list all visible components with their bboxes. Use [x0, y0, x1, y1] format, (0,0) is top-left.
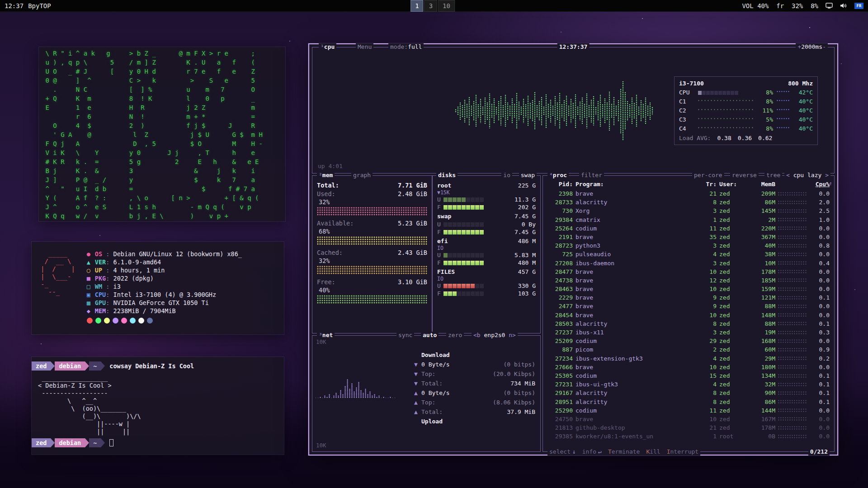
shell-prompt[interactable]: zeddebian~ — [32, 438, 284, 447]
meter-cell — [475, 284, 479, 288]
header-mem[interactable]: MemB — [749, 181, 775, 188]
cmatrix-terminal[interactable]: \ R " i ^ a k g > b Z _ @ m F X > r e ; … — [39, 47, 285, 221]
proc-threads: 3 — [701, 241, 717, 250]
cowsay-terminal[interactable]: zeddebian~ cowsay Debian-Z Is Cool _____… — [32, 357, 284, 455]
cpu-graph-bar — [636, 94, 637, 127]
proc-row[interactable]: 28477brave10zed178M0.0 — [543, 267, 834, 276]
proc-row[interactable]: 28733alacritty8zed86M2.0 — [543, 198, 834, 206]
proc-threads: 21 — [701, 423, 717, 432]
cpu-graph-bar — [523, 99, 524, 123]
net-sync-tab[interactable]: sync — [396, 332, 414, 339]
proc-reverse-tab[interactable]: reverse — [730, 172, 759, 179]
proc-row[interactable]: 25305codium15zed134M0.1 — [543, 371, 834, 380]
header-program[interactable]: Program: — [576, 181, 698, 188]
menu-button[interactable]: Menu — [356, 43, 373, 51]
proc-row[interactable]: 29385kworker/u8:1-events_un1root0B0.0 — [543, 432, 834, 441]
proc-row[interactable]: 2191brave35zed367M0.0 — [543, 233, 834, 241]
mem-graph-tab[interactable]: graph — [351, 172, 373, 179]
proc-cpu: 0.1 — [810, 389, 830, 397]
proc-row[interactable]: 725pulseaudio4zed38M0.0 — [543, 250, 834, 258]
proc-row[interactable]: 21813github-desktop21zed178M0.0 — [543, 423, 834, 432]
proc-row[interactable]: 2398brave21zed209M0.0 — [543, 189, 834, 198]
cpu-graph-bar — [525, 104, 527, 117]
net-zero-tab[interactable]: zero — [446, 332, 464, 339]
header-cpu[interactable]: Cpu% — [810, 181, 830, 188]
interval-minus-button[interactable]: - — [822, 43, 826, 50]
proc-row[interactable]: 27234ibus-extension-gtk34zed29M0.2 — [543, 354, 834, 363]
core-usage: 11% — [756, 106, 773, 115]
keyboard-layout-flag[interactable]: FR — [854, 3, 863, 9]
proc-row[interactable]: 25290codium11zed144M0.0 — [543, 406, 834, 415]
disk-size: 486 M — [518, 237, 536, 245]
disks-io-tab[interactable]: io — [501, 172, 512, 179]
meter-cell — [475, 197, 479, 202]
proc-row[interactable]: 730Xorg3zed145M2.5 — [543, 206, 834, 215]
cpu-box: ¹cpu Menu mode:full 12:37:37 +2000ms- up… — [312, 47, 835, 174]
net-auto-tab[interactable]: auto — [421, 332, 439, 339]
workspace-3[interactable]: 3 — [425, 0, 437, 12]
proc-row[interactable]: 25264codium11zed220M0.0 — [543, 224, 834, 233]
disk-meter — [443, 197, 509, 202]
proc-row[interactable]: 2477brave9zed88M0.0 — [543, 302, 834, 310]
proc-sort-selector[interactable]: < cpu lazy > — [784, 172, 830, 179]
proc-program: codium — [576, 224, 698, 233]
proc-row[interactable]: 28503alacritty8zed88M0.1 — [543, 319, 834, 328]
disk-size: 7.45 G — [514, 212, 536, 221]
mem-metric-value: 2.48 GiB — [398, 190, 427, 198]
proc-row[interactable]: 24750brave10zed167M0.0 — [543, 415, 834, 423]
mode-toggle[interactable]: mode:full — [388, 43, 424, 51]
fetch-terminal[interactable]: _____ / __ \ | / | | \___- -_ --_ ●OS : … — [32, 242, 284, 334]
workspace-10[interactable]: 10 — [438, 0, 455, 12]
proc-threads: 4 — [701, 380, 717, 389]
proc-row[interactable]: 28454brave10zed148M0.0 — [543, 311, 834, 319]
proc-row[interactable]: 27231ibus-ui-gtk34zed32M0.1 — [543, 380, 834, 389]
cpu-graph-bar — [541, 97, 542, 125]
select-button[interactable]: select↓ — [549, 448, 576, 455]
header-threads[interactable]: Tr: — [701, 181, 717, 188]
disks-swap-tab[interactable]: swap — [519, 172, 537, 179]
proc-per-core-tab[interactable]: per-core — [692, 172, 724, 179]
mem-metric-row: Cached:2.43 GiB — [317, 249, 427, 257]
proc-row[interactable]: 25209codium29zed168M0.0 — [543, 337, 834, 345]
proc-filter-tab[interactable]: filter — [579, 172, 604, 179]
meter-cell — [718, 91, 722, 95]
cpu-graph-bar — [609, 91, 610, 131]
iface-prev-button[interactable]: <b — [473, 332, 481, 338]
proc-row[interactable]: 24738brave12zed185M0.0 — [543, 276, 834, 285]
proc-threads: 10 — [701, 267, 717, 276]
kill-button[interactable]: Kill — [646, 448, 660, 455]
header-user[interactable]: User: — [719, 181, 746, 188]
upload-label: Upload — [414, 417, 535, 426]
proc-row[interactable]: 27666brave10zed180M0.0 — [543, 363, 834, 371]
net-graph-bar — [360, 390, 362, 398]
proc-row[interactable]: 28723python33zed40M0.8 — [543, 241, 834, 250]
sort-prev-button[interactable]: < — [786, 172, 790, 178]
sort-direction-icon[interactable]: ↑ — [829, 180, 832, 187]
header-pid[interactable]: Pid: — [547, 181, 573, 188]
proc-row[interactable]: 887picom2zed60M0.9 — [543, 345, 834, 354]
meter-cell — [448, 205, 452, 210]
net-interface-selector[interactable]: <b enp2s0 n> — [472, 332, 518, 339]
speaker-icon[interactable] — [840, 3, 847, 9]
workspace-1[interactable]: 1 — [410, 0, 423, 12]
proc-tree-tab[interactable]: tree — [764, 172, 782, 179]
proc-row[interactable]: 27237ibus-x113zed19M0.3 — [543, 328, 834, 337]
terminate-button[interactable]: Terminate — [608, 448, 640, 455]
iface-next-button[interactable]: n> — [509, 332, 516, 338]
proc-program: ibus-daemon — [576, 259, 698, 267]
proc-row[interactable]: 28463brave10zed159M0.0 — [543, 285, 834, 293]
proc-pid: 21813 — [547, 423, 573, 432]
sort-next-button[interactable]: > — [825, 172, 829, 178]
load-average-label: Load AVG: — [679, 133, 711, 143]
proc-row[interactable]: 2229brave9zed121M0.1 — [543, 293, 834, 302]
bpytop-window: ¹cpu Menu mode:full 12:37:37 +2000ms- up… — [308, 43, 838, 455]
proc-row[interactable]: 29384cmatrix1zed2M1.0 — [543, 216, 834, 224]
terminal-cursor[interactable] — [109, 439, 113, 446]
proc-row[interactable]: 29167alacritty8zed90M0.1 — [543, 389, 834, 397]
info-button[interactable]: info↵ — [582, 448, 602, 455]
interrupt-button[interactable]: Interrupt — [667, 448, 698, 455]
proc-mem: 86M — [749, 398, 775, 406]
proc-row[interactable]: 27208ibus-daemon3zed10M0.4 — [543, 259, 834, 267]
proc-row[interactable]: 28951alacritty8zed86M0.1 — [543, 398, 834, 406]
display-icon[interactable] — [826, 3, 833, 9]
